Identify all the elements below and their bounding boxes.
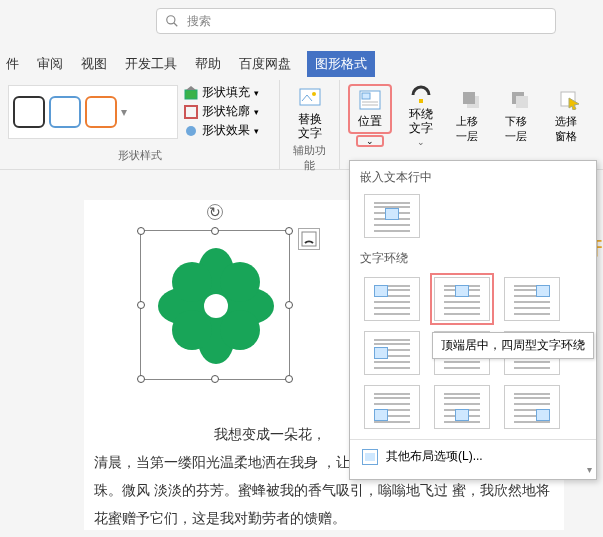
group-shape-styles: ▾ 形状填充 ▾ 形状轮廓 ▾ 形状效果 ▾ 形状样式 xyxy=(0,80,280,169)
resize-handle-tr[interactable] xyxy=(285,227,293,235)
alt-text-button[interactable]: 替换文字 xyxy=(288,84,331,143)
search-icon xyxy=(165,14,179,28)
svg-rect-8 xyxy=(362,93,370,99)
bring-forward-button[interactable]: 上移一层 xyxy=(450,84,493,148)
tab-baidu[interactable]: 百度网盘 xyxy=(237,51,293,77)
pos-inline[interactable] xyxy=(364,194,420,238)
send-backward-icon xyxy=(507,88,535,112)
svg-point-25 xyxy=(172,310,212,350)
position-dropdown: 嵌入文本行中 文字环绕 其他布局选项(L)... ▾ xyxy=(349,160,597,480)
selection-outline xyxy=(140,230,290,380)
ribbon: ▾ 形状填充 ▾ 形状轮廓 ▾ 形状效果 ▾ 形状样式 xyxy=(0,80,603,170)
tab-developer[interactable]: 开发工具 xyxy=(123,51,179,77)
alt-text-icon xyxy=(296,86,324,110)
svg-rect-17 xyxy=(302,232,316,246)
shape-style-gallery[interactable]: ▾ xyxy=(8,85,178,139)
pos-bot-right[interactable] xyxy=(504,385,560,429)
pos-bot-center[interactable] xyxy=(434,385,490,429)
tab-help[interactable]: 帮助 xyxy=(193,51,223,77)
tab-review[interactable]: 审阅 xyxy=(35,51,65,77)
svg-rect-13 xyxy=(463,92,475,104)
more-layout-options[interactable]: 其他布局选项(L)... xyxy=(350,439,596,473)
svg-rect-15 xyxy=(516,96,528,108)
tab-shape-format[interactable]: 图形格式 xyxy=(307,51,375,77)
group-label-accessibility: 辅助功能 xyxy=(288,143,331,175)
group-accessibility: 替换文字 辅助功能 xyxy=(280,80,340,169)
style-preset-2[interactable] xyxy=(49,96,81,128)
flower-shape xyxy=(141,231,291,381)
shape-outline-button[interactable]: 形状轮廓 ▾ xyxy=(184,103,259,120)
position-dropdown-toggle[interactable]: ⌄ xyxy=(356,135,384,147)
resize-handle-b[interactable] xyxy=(211,375,219,383)
group-label-styles: 形状样式 xyxy=(8,148,271,165)
pos-top-center[interactable] xyxy=(434,277,490,321)
resize-handle-t[interactable] xyxy=(211,227,219,235)
svg-point-26 xyxy=(220,310,260,350)
layout-options-footer-icon xyxy=(362,449,378,465)
wrap-text-button[interactable]: 环绕文字 ⌄ xyxy=(398,84,444,148)
rotate-handle[interactable]: ↻ xyxy=(207,204,223,220)
selection-pane-icon xyxy=(556,88,584,112)
ribbon-tabs: 件 审阅 视图 开发工具 帮助 百度网盘 图形格式 xyxy=(0,50,603,78)
bring-forward-icon xyxy=(458,88,486,112)
search-box[interactable]: 搜索 xyxy=(156,8,556,34)
pos-top-right[interactable] xyxy=(504,277,560,321)
position-tooltip: 顶端居中，四周型文字环绕 xyxy=(432,332,594,359)
tab-view[interactable]: 视图 xyxy=(79,51,109,77)
resize-handle-r[interactable] xyxy=(285,301,293,309)
svg-rect-11 xyxy=(419,99,423,103)
pos-top-left[interactable] xyxy=(364,277,420,321)
resize-handle-tl[interactable] xyxy=(137,227,145,235)
svg-rect-2 xyxy=(185,90,197,99)
svg-point-6 xyxy=(312,92,316,96)
svg-point-24 xyxy=(220,262,260,302)
shape-effects-button[interactable]: 形状效果 ▾ xyxy=(184,122,259,139)
shape-fill-button[interactable]: 形状填充 ▾ xyxy=(184,84,259,101)
gallery-more-icon[interactable]: ▾ xyxy=(121,105,127,119)
resize-handle-l[interactable] xyxy=(137,301,145,309)
position-button[interactable]: 位置 xyxy=(348,84,392,134)
svg-point-0 xyxy=(167,16,175,24)
dd-section-inline: 嵌入文本行中 xyxy=(350,161,596,190)
pos-mid-left[interactable] xyxy=(364,331,420,375)
fill-icon xyxy=(184,86,198,100)
svg-line-1 xyxy=(174,23,178,27)
dd-section-wrap: 文字环绕 xyxy=(350,242,596,271)
scroll-indicator-icon: ▾ xyxy=(587,464,592,475)
style-preset-1[interactable] xyxy=(13,96,45,128)
resize-handle-br[interactable] xyxy=(285,375,293,383)
svg-point-4 xyxy=(186,126,196,136)
selected-shape[interactable]: ↻ xyxy=(140,230,290,380)
pos-bot-left[interactable] xyxy=(364,385,420,429)
svg-rect-5 xyxy=(300,89,320,105)
position-icon xyxy=(356,88,384,111)
tab-jian[interactable]: 件 xyxy=(4,51,21,77)
group-arrange: 位置 ⌄ 环绕文字 ⌄ 上移一层 下移一层 选择窗格 xyxy=(340,80,600,169)
send-backward-button[interactable]: 下移一层 xyxy=(499,84,542,148)
search-placeholder: 搜索 xyxy=(187,13,211,30)
style-preset-3[interactable] xyxy=(85,96,117,128)
svg-rect-3 xyxy=(185,106,197,118)
wrap-icon xyxy=(407,85,435,105)
layout-options-icon[interactable] xyxy=(298,228,320,250)
effects-icon xyxy=(184,124,198,138)
resize-handle-bl[interactable] xyxy=(137,375,145,383)
outline-icon xyxy=(184,105,198,119)
selection-pane-button[interactable]: 选择窗格 xyxy=(549,84,592,148)
svg-point-27 xyxy=(204,294,228,318)
